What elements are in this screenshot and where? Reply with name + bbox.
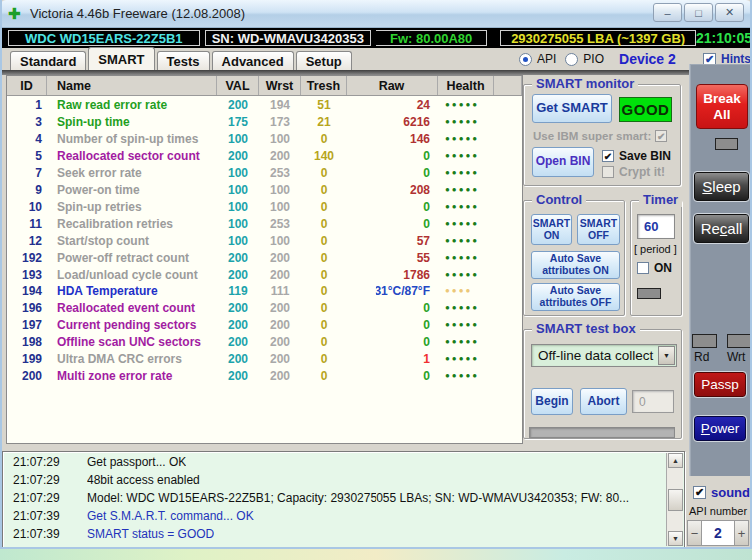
maximize-button[interactable]: □	[684, 3, 713, 22]
table-row[interactable]: 199Ultra DMA CRC errors20020001●●●●●	[7, 350, 522, 367]
log-scrollbar[interactable]: ▲ ▼	[666, 453, 683, 546]
table-row[interactable]: 196Reallocated event count20020000●●●●●	[7, 299, 522, 316]
tab-bar: Standard SMART Tests Advanced Setup API …	[0, 48, 752, 70]
table-row[interactable]: 4Number of spin-up times1001000146●●●●●	[7, 130, 522, 147]
timer-led-indicator	[637, 288, 661, 299]
cell-id: 11	[7, 217, 47, 231]
api-number-decrement-button[interactable]: −	[687, 520, 702, 546]
table-row[interactable]: 12Start/stop count100100057●●●●●	[7, 232, 522, 249]
smart-status-badge: GOOD	[619, 97, 672, 122]
header-tresh[interactable]: Tresh	[301, 76, 347, 95]
autosave-on-button[interactable]: Auto Save attributes ON	[531, 251, 620, 279]
cell-wrst: 200	[259, 149, 301, 163]
table-row[interactable]: 197Current pending sectors20020000●●●●●	[7, 316, 522, 333]
table-row[interactable]: 10Spin-up retries10010000●●●●●	[7, 198, 522, 215]
api-number-increment-button[interactable]: +	[734, 520, 749, 546]
health-dots-icon: ●●●●●	[438, 337, 494, 346]
autosave-off-button[interactable]: Auto Save attributes OFF	[531, 283, 620, 311]
abort-button[interactable]: Abort	[580, 388, 627, 415]
header-id[interactable]: ID	[7, 76, 47, 95]
chevron-down-icon[interactable]: ▼	[658, 346, 675, 365]
header-health[interactable]: Health	[438, 76, 494, 95]
tab-advanced[interactable]: Advanced	[212, 51, 294, 70]
log-line: 21:07:29Model: WDC WD15EARS-22Z5B1; Capa…	[3, 489, 684, 506]
cell-val: 200	[217, 369, 259, 383]
minimize-button[interactable]: –	[653, 3, 682, 22]
table-row[interactable]: 7Seek error rate10025300●●●●●	[7, 164, 522, 181]
scrollbar-thumb[interactable]	[668, 489, 683, 511]
sound-checkbox[interactable]: ✔	[693, 486, 706, 499]
log-message: SMART status = GOOD	[87, 527, 214, 541]
tab-smart[interactable]: SMART	[88, 47, 154, 70]
table-row[interactable]: 11Recalibration retries10025300●●●●●	[7, 215, 522, 232]
table-row[interactable]: 9Power-on time1001000208●●●●●	[7, 181, 522, 198]
api-number-label: API number	[689, 505, 747, 517]
cell-raw: 0	[347, 200, 438, 214]
log-panel: 21:07:29Get passport... OK21:07:2948bit …	[2, 451, 685, 548]
cell-name: Start/stop count	[47, 234, 217, 248]
open-bin-button[interactable]: Open BIN	[532, 147, 594, 177]
cell-name: Number of spin-up times	[47, 132, 217, 146]
cell-id: 9	[7, 183, 47, 197]
timer-period-input[interactable]: 60	[637, 214, 675, 239]
log-message: Model: WDC WD15EARS-22Z5B1; Capacity: 29…	[87, 491, 629, 505]
table-row[interactable]: 5Reallocated sector count2002001400●●●●●	[7, 147, 522, 164]
cell-id: 4	[7, 132, 47, 146]
header-val[interactable]: VAL	[217, 76, 259, 95]
break-all-button[interactable]: Break All	[696, 84, 748, 129]
timer-on-checkbox[interactable]	[637, 262, 649, 274]
cell-name: Offline scan UNC sectors	[47, 335, 217, 349]
scroll-down-icon[interactable]: ▼	[668, 531, 683, 546]
recall-button[interactable]: Recall	[694, 214, 749, 243]
cell-val: 100	[217, 217, 259, 231]
table-row[interactable]: 193Load/unload cycle count20020001786●●●…	[7, 266, 522, 282]
table-row[interactable]: 3Spin-up time175173216216●●●●●	[7, 113, 522, 130]
header-raw[interactable]: Raw	[347, 76, 438, 95]
cell-raw: 31°C/87°F	[347, 284, 438, 298]
test-count-input[interactable]: 0	[632, 390, 674, 413]
table-row[interactable]: 194HDA Temperature119111031°C/87°F●●●●	[7, 282, 522, 299]
cell-val: 200	[217, 268, 259, 281]
tab-tests[interactable]: Tests	[157, 51, 210, 70]
tab-standard[interactable]: Standard	[10, 51, 86, 70]
api-number-stepper: − 2 +	[687, 520, 749, 546]
cell-val: 100	[217, 234, 259, 248]
victoria-window: ✚ Victoria 4.46b Freeware (12.08.2008) –…	[0, 0, 752, 560]
api-radio[interactable]	[519, 53, 532, 66]
cell-name: Recalibration retries	[47, 217, 217, 231]
scroll-up-icon[interactable]: ▲	[668, 453, 683, 468]
cell-raw: 0	[347, 149, 438, 163]
smart-off-button[interactable]: SMART OFF	[577, 214, 620, 245]
smart-on-button[interactable]: SMART ON	[531, 214, 572, 245]
pio-radio[interactable]	[565, 53, 578, 66]
header-wrst[interactable]: Wrst	[259, 76, 301, 95]
sleep-button[interactable]: Sleep	[694, 172, 749, 201]
write-led-indicator	[727, 334, 752, 348]
cell-name: HDA Temperature	[47, 284, 217, 298]
table-row[interactable]: 200Multi zone error rate20020000●●●●●	[7, 367, 522, 384]
get-smart-button[interactable]: Get SMART	[532, 94, 612, 123]
tab-setup[interactable]: Setup	[296, 51, 352, 70]
title-bar[interactable]: ✚ Victoria 4.46b Freeware (12.08.2008) –…	[0, 0, 752, 28]
cell-id: 198	[7, 335, 47, 349]
save-bin-checkbox[interactable]: ✔	[602, 150, 614, 162]
cell-val: 200	[217, 318, 259, 332]
power-button[interactable]: Power	[694, 416, 746, 441]
health-dots-icon: ●●●●●	[438, 270, 494, 279]
passp-button[interactable]: Passp	[694, 372, 746, 397]
log-timestamp: 21:07:29	[13, 455, 71, 469]
cell-val: 100	[217, 166, 259, 180]
table-row[interactable]: 198Offline scan UNC sectors20020000●●●●●	[7, 333, 522, 350]
table-row[interactable]: 192Power-off retract count200200055●●●●●	[7, 249, 522, 266]
header-name[interactable]: Name	[47, 76, 217, 95]
cell-raw: 0	[347, 166, 438, 180]
table-row[interactable]: 1Raw read error rate2001945124●●●●●	[7, 96, 522, 113]
test-select-dropdown[interactable]: Off-line data collect ▼	[531, 344, 677, 367]
health-dots-icon: ●●●●●	[438, 371, 494, 380]
health-dots-icon: ●●●●●	[438, 202, 494, 211]
health-dots-icon: ●●●●●	[438, 151, 494, 160]
begin-button[interactable]: Begin	[531, 388, 573, 415]
cell-tresh: 0	[301, 132, 347, 146]
close-button[interactable]: ✕	[715, 3, 744, 22]
health-dots-icon: ●●●●	[438, 286, 494, 295]
